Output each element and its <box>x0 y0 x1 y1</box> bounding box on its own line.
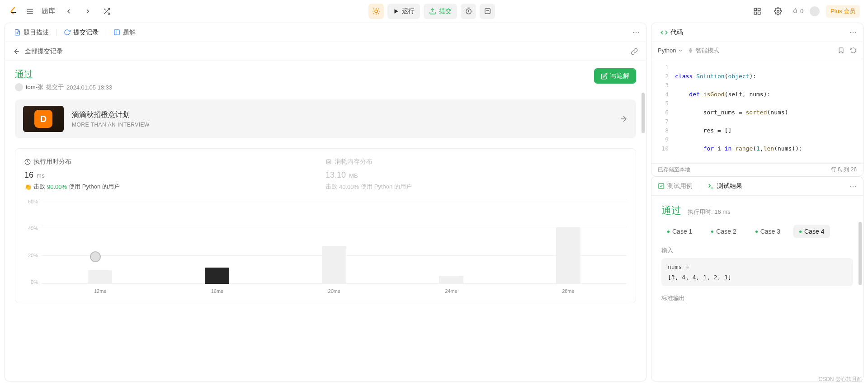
scrollbar-thumb[interactable] <box>859 222 862 285</box>
bookmark-icon[interactable] <box>838 47 844 54</box>
case-tab[interactable]: Case 2 <box>705 225 742 238</box>
streak-count[interactable]: 0 <box>792 8 803 15</box>
tab-submissions[interactable]: 提交记录 <box>61 27 101 38</box>
tab-testcase[interactable]: 测试用例 <box>658 182 693 190</box>
chart-bar[interactable] <box>439 276 463 284</box>
svg-rect-13 <box>758 8 760 10</box>
timer-icon[interactable] <box>461 4 476 19</box>
clap-icon: 👏 <box>24 184 32 190</box>
case-tab[interactable]: Case 1 <box>661 225 698 238</box>
runtime-beat: 👏 击败 90.00% 使用 Python 的用户 <box>24 183 326 191</box>
svg-rect-24 <box>659 184 664 188</box>
runtime-distribution-chart: 60%40%20%0% 12ms16ms20ms24ms28ms <box>24 199 627 294</box>
save-status: 已存储至本地 <box>658 166 690 174</box>
debug-button[interactable] <box>368 4 384 19</box>
promo-card[interactable]: D 滴滴秋招橙意计划 MORE THAN AN INTERVIEW <box>15 99 636 138</box>
leetcode-logo-icon[interactable] <box>8 6 18 16</box>
tab-description[interactable]: 题目描述 <box>11 27 52 38</box>
promo-subtitle: MORE THAN AN INTERVIEW <box>72 122 150 128</box>
language-selector[interactable]: Python <box>658 47 683 54</box>
next-problem-icon[interactable] <box>80 4 95 19</box>
tab-testresult[interactable]: 测试结果 <box>708 182 742 190</box>
code-pane-more-icon[interactable]: ⋯ <box>849 28 857 37</box>
submitted-at: 2024.01.05 18:33 <box>66 84 112 91</box>
plus-member-badge[interactable]: Plus 会员 <box>826 5 860 18</box>
run-button[interactable]: 运行 <box>387 4 420 19</box>
submit-label: 提交 <box>439 7 452 15</box>
svg-rect-14 <box>754 12 756 14</box>
memory-label: 消耗内存分布 <box>326 158 627 166</box>
case-tab[interactable]: Case 4 <box>793 225 830 238</box>
tc-pane-more-icon[interactable]: ⋯ <box>849 182 857 190</box>
runtime-value: 16 ms <box>24 170 326 180</box>
input-box: nums = [3, 4, 4, 1, 2, 1] <box>661 258 853 286</box>
svg-rect-10 <box>485 9 490 14</box>
sidebar-toggle-icon[interactable] <box>23 4 37 19</box>
problems-link[interactable]: 题库 <box>42 7 55 15</box>
cursor-position: 行 6, 列 26 <box>831 166 857 174</box>
submitted-prefix: 提交于 <box>46 83 64 91</box>
settings-icon[interactable] <box>771 4 785 19</box>
chart-bar[interactable] <box>88 270 112 284</box>
run-label: 运行 <box>402 7 415 15</box>
write-solution-button[interactable]: 写题解 <box>594 68 636 84</box>
layout-icon[interactable] <box>750 4 764 19</box>
streak-value: 0 <box>800 8 803 14</box>
memory-beat: 击败 40.00% 使用 Python 的用户 <box>326 183 627 191</box>
svg-point-16 <box>777 10 779 12</box>
svg-rect-22 <box>326 160 330 164</box>
svg-marker-7 <box>395 9 398 13</box>
input-label: 输入 <box>661 246 853 254</box>
svg-line-5 <box>104 9 106 10</box>
arrow-right-icon <box>619 114 628 123</box>
svg-rect-15 <box>758 12 760 14</box>
reset-icon[interactable] <box>850 47 857 54</box>
svg-rect-12 <box>754 8 756 10</box>
stdout-label: 标准输出 <box>661 294 853 302</box>
svg-rect-23 <box>328 161 330 163</box>
chart-bar[interactable] <box>205 268 229 284</box>
subheader-title: 全部提交记录 <box>25 47 63 56</box>
pane-more-icon[interactable]: ⋯ <box>632 28 640 37</box>
promo-title: 滴滴秋招橙意计划 <box>72 110 150 120</box>
result-runtime: 执行用时: 16 ms <box>688 208 731 216</box>
chart-bar[interactable] <box>322 246 346 284</box>
memory-value: 13.10 MB <box>326 170 627 180</box>
back-icon[interactable] <box>13 48 20 55</box>
result-status: 通过 <box>661 204 681 217</box>
scrollbar-thumb[interactable] <box>642 93 645 133</box>
runtime-label: 执行用时分布 <box>24 158 326 166</box>
user-avatar[interactable] <box>810 6 820 16</box>
ai-mode-toggle[interactable]: 智能模式 <box>688 47 719 55</box>
shuffle-icon[interactable] <box>99 4 114 19</box>
tab-solutions[interactable]: 题解 <box>111 27 138 38</box>
tab-code[interactable]: 代码 <box>658 27 686 38</box>
watermark: CSDN @心软且酷 <box>818 376 863 383</box>
user-position-avatar <box>90 251 101 262</box>
prev-problem-icon[interactable] <box>61 4 76 19</box>
submission-status: 通过 <box>15 68 112 80</box>
submitter-avatar <box>15 83 23 91</box>
submitter-name[interactable]: tom-张 <box>26 83 43 91</box>
notes-icon[interactable] <box>480 4 495 19</box>
chart-bar[interactable] <box>556 227 580 284</box>
promo-image: D <box>23 106 64 132</box>
link-icon[interactable] <box>631 48 638 55</box>
case-tab[interactable]: Case 3 <box>750 225 786 238</box>
svg-point-6 <box>375 10 377 13</box>
submit-button[interactable]: 提交 <box>424 4 457 19</box>
code-editor[interactable]: 12345678910 class Solution(object): def … <box>651 59 863 163</box>
